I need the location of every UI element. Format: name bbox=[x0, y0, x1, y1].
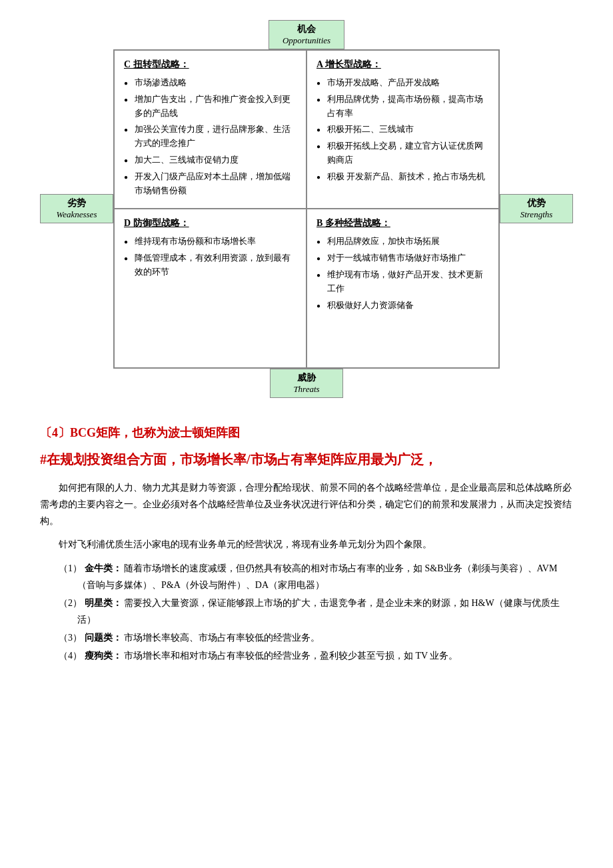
swot-middle: 劣势 Weaknesses C 扭转型战略： 市场渗透战略 增加广告支出，广告和… bbox=[40, 49, 573, 369]
bcg-item-1-label: 金牛类： bbox=[85, 563, 122, 573]
opportunities-en: Opportunities bbox=[283, 35, 330, 46]
strengths-label: 优势 Strengths bbox=[500, 194, 573, 223]
opportunities-label: 机会 Opportunities bbox=[269, 20, 344, 49]
swot-c-title: C 扭转型战略： bbox=[124, 59, 297, 71]
bcg-item-1-num: （1） bbox=[59, 563, 82, 573]
list-item: 利用品牌效应，加快市场拓展 bbox=[316, 235, 489, 249]
bcg-items-list: （1） 金牛类： 随着市场增长的速度减缓，但仍然具有较高的相对市场占有率的业务，… bbox=[40, 560, 573, 665]
bcg-para2: 针对飞利浦优质生活小家电的现有业务单元的经营状况，将现有业务单元划分为四个象限。 bbox=[40, 536, 573, 553]
swot-cell-a: A 增长型战略： 市场开发战略、产品开发战略 利用品牌优势，提高市场份额，提高市… bbox=[306, 50, 499, 209]
strengths-label-container: 优势 Strengths bbox=[500, 49, 573, 369]
swot-a-title: A 增长型战略： bbox=[316, 59, 489, 71]
bcg-item-1-text: 随着市场增长的速度减缓，但仍然具有较高的相对市场占有率的业务，如 S&B业务（剃… bbox=[77, 563, 557, 590]
opportunities-zh: 机会 bbox=[283, 23, 330, 35]
weaknesses-zh: 劣势 bbox=[54, 197, 99, 209]
list-item: 市场渗透战略 bbox=[124, 76, 297, 90]
bcg-item-2-num: （2） bbox=[59, 598, 82, 608]
swot-b-list: 利用品牌效应，加快市场拓展 对于一线城市销售市场做好市场推广 维护现有市场，做好… bbox=[316, 235, 489, 312]
list-item: 积极开拓二、三线城市 bbox=[316, 123, 489, 137]
list-item: 市场开发战略、产品开发战略 bbox=[316, 76, 489, 90]
list-item: 加大二、三线城市促销力度 bbox=[124, 153, 297, 167]
threats-label: 威胁 Threats bbox=[270, 369, 343, 398]
bcg-item-3-label: 问题类： bbox=[85, 633, 122, 643]
swot-cell-b: B 多种经营战略： 利用品牌效应，加快市场拓展 对于一线城市销售市场做好市场推广… bbox=[306, 209, 499, 367]
threats-en: Threats bbox=[284, 384, 329, 395]
swot-a-list: 市场开发战略、产品开发战略 利用品牌优势，提高市场份额，提高市场占有率 积极开拓… bbox=[316, 76, 489, 184]
bcg-section: 〔4〕BCG矩阵，也称为波士顿矩阵图 #在规划投资组合方面，市场增长率/市场占有… bbox=[40, 425, 573, 665]
bcg-item-3-text: 市场增长率较高、市场占有率较低的经营业务。 bbox=[124, 633, 320, 643]
bcg-subtitle: #在规划投资组合方面，市场增长率/市场占有率矩阵应用最为广泛， bbox=[40, 450, 573, 469]
bcg-item-2-label: 明星类： bbox=[85, 598, 122, 608]
swot-d-list: 维持现有市场份额和市场增长率 降低管理成本，有效利用资源，放到最有效的环节 bbox=[124, 235, 297, 279]
list-item: 积极 开发新产品、新技术，抢占市场先机 bbox=[316, 170, 489, 184]
bcg-item-3: （3） 问题类： 市场增长率较高、市场占有率较低的经营业务。 bbox=[59, 629, 573, 646]
bcg-item-2: （2） 明星类： 需要投入大量资源，保证能够跟上市场的扩大，击退竞争者，是企业未… bbox=[59, 595, 573, 628]
swot-quadrants: C 扭转型战略： 市场渗透战略 增加广告支出，广告和推广资金投入到更多的产品线 … bbox=[113, 49, 500, 369]
bcg-item-4-text: 市场增长率和相对市场占有率较低的经营业务，盈利较少甚至亏损，如 TV 业务。 bbox=[124, 651, 458, 661]
list-item: 积极做好人力资源储备 bbox=[316, 299, 489, 313]
bcg-item-4-label: 瘦狗类： bbox=[85, 651, 122, 661]
list-item: 对于一线城市销售市场做好市场推广 bbox=[316, 251, 489, 265]
list-item: 降低管理成本，有效利用资源，放到最有效的环节 bbox=[124, 251, 297, 279]
weaknesses-label: 劣势 Weaknesses bbox=[40, 194, 113, 223]
weaknesses-label-container: 劣势 Weaknesses bbox=[40, 49, 113, 369]
strengths-zh: 优势 bbox=[514, 197, 559, 209]
list-item: 开发入门级产品应对本土品牌，增加低端市场销售份额 bbox=[124, 170, 297, 198]
strengths-en: Strengths bbox=[514, 209, 559, 220]
bcg-item-3-num: （3） bbox=[59, 633, 82, 643]
bcg-title: 〔4〕BCG矩阵，也称为波士顿矩阵图 bbox=[40, 425, 573, 441]
swot-d-title: D 防御型战略： bbox=[124, 217, 297, 229]
list-item: 维护现有市场，做好产品开发、技术更新工作 bbox=[316, 268, 489, 296]
bcg-item-4-num: （4） bbox=[59, 651, 82, 661]
bcg-para1: 如何把有限的人力、物力尤其是财力等资源，合理分配给现状、前景不同的各个战略经营单… bbox=[40, 479, 573, 530]
bcg-item-2-text: 需要投入大量资源，保证能够跟上市场的扩大，击退竞争者，是企业未来的财源，如 H&… bbox=[77, 598, 560, 625]
swot-matrix: 机会 Opportunities 劣势 Weaknesses C 扭转型战略： … bbox=[40, 20, 573, 398]
list-item: 加强公关宣传力度，进行品牌形象、生活方式的理念推广 bbox=[124, 123, 297, 151]
bcg-item-1: （1） 金牛类： 随着市场增长的速度减缓，但仍然具有较高的相对市场占有率的业务，… bbox=[59, 560, 573, 593]
swot-b-title: B 多种经营战略： bbox=[316, 217, 489, 229]
threats-zh: 威胁 bbox=[284, 372, 329, 384]
bcg-item-4: （4） 瘦狗类： 市场增长率和相对市场占有率较低的经营业务，盈利较少甚至亏损，如… bbox=[59, 647, 573, 664]
list-item: 增加广告支出，广告和推广资金投入到更多的产品线 bbox=[124, 93, 297, 121]
swot-cell-d: D 防御型战略： 维持现有市场份额和市场增长率 降低管理成本，有效利用资源，放到… bbox=[114, 209, 306, 367]
threats-label-container: 威胁 Threats bbox=[40, 369, 573, 398]
swot-c-list: 市场渗透战略 增加广告支出，广告和推广资金投入到更多的产品线 加强公关宣传力度，… bbox=[124, 76, 297, 197]
swot-cell-c: C 扭转型战略： 市场渗透战略 增加广告支出，广告和推广资金投入到更多的产品线 … bbox=[114, 50, 306, 209]
weaknesses-en: Weaknesses bbox=[54, 209, 99, 220]
list-item: 利用品牌优势，提高市场份额，提高市场占有率 bbox=[316, 93, 489, 121]
list-item: 积极开拓线上交易，建立官方认证优质网购商店 bbox=[316, 139, 489, 167]
list-item: 维持现有市场份额和市场增长率 bbox=[124, 235, 297, 249]
opportunities-label-container: 机会 Opportunities bbox=[40, 20, 573, 49]
